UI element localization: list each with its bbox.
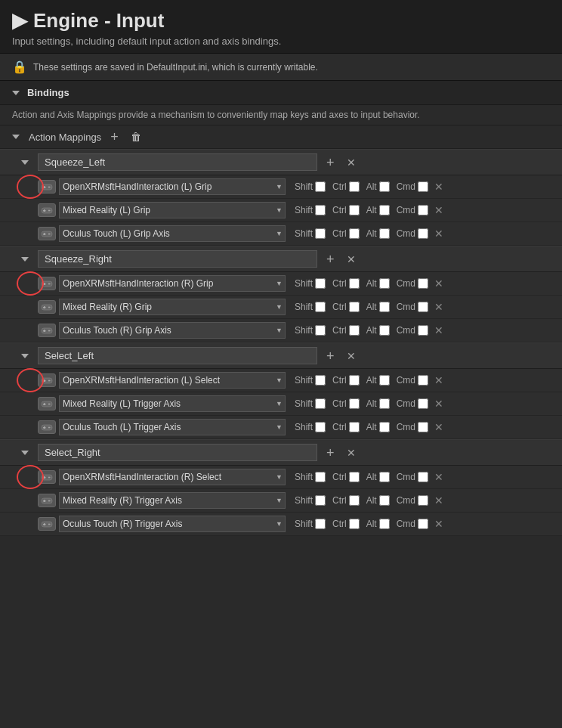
- modifier-checkbox-ctrl-srr3[interactable]: [349, 519, 360, 529]
- modifier-label-ctrl-sr2: Ctrl: [332, 302, 347, 312]
- modifier-label-cmd-sl2: Cmd: [397, 205, 415, 215]
- delete-binding-srr1-button[interactable]: ✕: [433, 471, 445, 483]
- delete-binding-sl2-button[interactable]: ✕: [433, 204, 445, 216]
- modifier-checkbox-ctrl-sr1[interactable]: [349, 278, 360, 289]
- group-name-input-squeeze_left[interactable]: [38, 153, 317, 171]
- binding-select-sr1[interactable]: OpenXRMsftHandInteraction (R) Grip: [59, 275, 286, 292]
- modifier-checkbox-ctrl-sr2[interactable]: [349, 302, 360, 312]
- modifier-checkbox-shift-sl2[interactable]: [315, 205, 326, 215]
- modifier-checkbox-shift-sll3[interactable]: [315, 422, 326, 432]
- modifier-checkbox-cmd-sl2[interactable]: [418, 205, 428, 215]
- modifier-checkbox-alt-sl2[interactable]: [379, 205, 390, 215]
- binding-select-sl2[interactable]: Mixed Reality (L) Grip: [59, 202, 286, 218]
- modifier-checkbox-cmd-sll1[interactable]: [418, 375, 428, 386]
- modifier-checkbox-shift-sr1[interactable]: [315, 278, 326, 289]
- delete-group-squeeze_right-button[interactable]: ✕: [344, 253, 359, 265]
- modifier-checkbox-alt-sll2[interactable]: [379, 398, 390, 409]
- binding-row-sl2: Mixed Reality (L) GripShiftCtrlAltCmd✕: [0, 199, 562, 222]
- modifier-checkbox-alt-sr2[interactable]: [379, 302, 390, 312]
- modifier-label-ctrl-srr2: Ctrl: [332, 495, 347, 506]
- modifier-label-ctrl-srr1: Ctrl: [332, 472, 347, 482]
- modifier-checkbox-alt-srr1[interactable]: [379, 472, 390, 482]
- binding-select-sll2[interactable]: Mixed Reality (L) Trigger Axis: [59, 395, 286, 412]
- modifier-checkbox-cmd-srr2[interactable]: [418, 495, 428, 506]
- delete-binding-sll3-button[interactable]: ✕: [433, 421, 445, 433]
- modifier-checkbox-cmd-sr3[interactable]: [418, 325, 428, 336]
- delete-binding-sr2-button[interactable]: ✕: [433, 301, 445, 313]
- modifier-checkbox-ctrl-srr1[interactable]: [349, 472, 360, 482]
- delete-binding-sr3-button[interactable]: ✕: [433, 324, 445, 336]
- modifier-checkbox-ctrl-srr2[interactable]: [349, 495, 360, 506]
- modifier-checkbox-alt-srr2[interactable]: [379, 495, 390, 506]
- delete-binding-sl1-button[interactable]: ✕: [433, 181, 445, 193]
- modifier-checkbox-shift-srr2[interactable]: [315, 495, 326, 506]
- modifier-checkbox-shift-sr3[interactable]: [315, 325, 326, 336]
- modifier-checkbox-ctrl-sr3[interactable]: [349, 325, 360, 336]
- group-select_right: +✕ OpenXRMsftHandInteraction (R) SelectS…: [0, 439, 562, 536]
- add-binding-select_left-button[interactable]: +: [323, 349, 338, 363]
- modifier-checkbox-alt-sr1[interactable]: [379, 278, 390, 289]
- modifier-checkbox-ctrl-sll3[interactable]: [349, 422, 360, 432]
- delete-binding-sr1-button[interactable]: ✕: [433, 277, 445, 290]
- gamepad-icon: [38, 517, 56, 531]
- delete-binding-sll2-button[interactable]: ✕: [433, 398, 445, 410]
- svg-point-9: [50, 209, 51, 210]
- add-binding-squeeze_left-button[interactable]: +: [323, 156, 338, 169]
- delete-group-squeeze_left-button[interactable]: ✕: [344, 156, 359, 169]
- modifier-checkbox-alt-sll3[interactable]: [379, 422, 390, 432]
- add-binding-select_right-button[interactable]: +: [323, 446, 338, 460]
- modifier-checkbox-ctrl-sl2[interactable]: [349, 205, 360, 215]
- modifier-checkbox-alt-sr3[interactable]: [379, 325, 390, 336]
- modifier-checkbox-cmd-sl1[interactable]: [418, 181, 428, 192]
- modifier-checkbox-shift-srr1[interactable]: [315, 472, 326, 482]
- add-action-mapping-button[interactable]: +: [107, 130, 122, 144]
- binding-select-sll1[interactable]: OpenXRMsftHandInteraction (L) Select: [59, 372, 286, 389]
- modifier-checkbox-alt-srr3[interactable]: [379, 519, 390, 529]
- binding-select-sr2[interactable]: Mixed Reality (R) Grip: [59, 299, 286, 315]
- binding-select-srr1[interactable]: OpenXRMsftHandInteraction (R) Select: [59, 469, 286, 485]
- modifier-checkbox-cmd-sll3[interactable]: [418, 422, 428, 432]
- modifier-checkbox-shift-sll1[interactable]: [315, 375, 326, 386]
- delete-binding-srr2-button[interactable]: ✕: [433, 494, 445, 507]
- modifier-checkbox-shift-sl3[interactable]: [315, 228, 326, 239]
- modifier-checkbox-cmd-sll2[interactable]: [418, 398, 428, 409]
- modifier-checkbox-alt-sl1[interactable]: [379, 181, 390, 192]
- binding-select-sl1[interactable]: OpenXRMsftHandInteraction (L) Grip: [59, 178, 286, 195]
- delete-binding-srr3-button[interactable]: ✕: [433, 518, 445, 530]
- modifier-checkbox-ctrl-sll1[interactable]: [349, 375, 360, 386]
- modifier-checkbox-shift-sll2[interactable]: [315, 398, 326, 409]
- delete-group-select_right-button[interactable]: ✕: [344, 447, 359, 459]
- add-binding-squeeze_right-button[interactable]: +: [323, 252, 338, 266]
- binding-select-sr3[interactable]: Oculus Touch (R) Grip Axis: [59, 322, 286, 339]
- modifier-checkbox-cmd-srr3[interactable]: [418, 519, 428, 529]
- modifier-checkbox-cmd-srr1[interactable]: [418, 472, 428, 482]
- modifier-checkbox-cmd-sl3[interactable]: [418, 228, 428, 239]
- modifier-checkbox-shift-sr2[interactable]: [315, 302, 326, 312]
- binding-select-srr2[interactable]: Mixed Reality (R) Trigger Axis: [59, 492, 286, 509]
- binding-select-srr3[interactable]: Oculus Touch (R) Trigger Axis: [59, 516, 286, 532]
- modifiers-sr1: ShiftCtrlAltCmd: [290, 278, 428, 289]
- modifier-checkbox-shift-srr3[interactable]: [315, 519, 326, 529]
- group-name-input-select_right[interactable]: [38, 444, 317, 461]
- modifier-checkbox-shift-sl1[interactable]: [315, 181, 326, 192]
- delete-group-select_left-button[interactable]: ✕: [344, 350, 359, 362]
- modifier-checkbox-alt-sl3[interactable]: [379, 228, 390, 239]
- binding-select-sll3[interactable]: Oculus Touch (L) Trigger Axis: [59, 419, 286, 435]
- group-name-input-select_left[interactable]: [38, 347, 317, 364]
- modifier-checkbox-cmd-sr2[interactable]: [418, 302, 428, 312]
- group-name-input-squeeze_right[interactable]: [38, 250, 317, 268]
- delete-binding-sll1-button[interactable]: ✕: [433, 374, 445, 386]
- modifier-label-shift-sl2: Shift: [295, 205, 313, 215]
- modifier-checkbox-ctrl-sll2[interactable]: [349, 398, 360, 409]
- page-header: ▶ Engine - Input Input settings, includi…: [0, 0, 562, 54]
- modifier-checkbox-cmd-sr1[interactable]: [418, 278, 428, 289]
- modifier-label-cmd-srr3: Cmd: [397, 519, 415, 529]
- modifier-checkbox-alt-sll1[interactable]: [379, 375, 390, 386]
- modifier-checkbox-ctrl-sl3[interactable]: [349, 228, 360, 239]
- modifier-checkbox-ctrl-sl1[interactable]: [349, 181, 360, 192]
- binding-select-sl3[interactable]: Oculus Touch (L) Grip Axis: [59, 225, 286, 242]
- delete-action-mapping-button[interactable]: 🗑: [128, 130, 144, 144]
- binding-select-wrapper-srr1: OpenXRMsftHandInteraction (R) Select: [59, 469, 286, 485]
- gamepad-icon: [38, 300, 56, 314]
- delete-binding-sl3-button[interactable]: ✕: [433, 228, 445, 240]
